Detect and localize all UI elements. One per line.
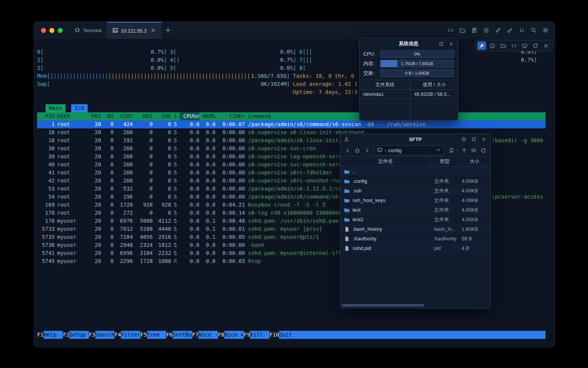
process-row[interactable]: 1root20042400S0.00.00:00.07/package/admi… (37, 120, 546, 128)
code-icon[interactable] (446, 26, 455, 35)
record-icon[interactable] (481, 26, 491, 35)
fkey-number[interactable]: F5 (140, 331, 147, 339)
fkey-filter[interactable]: Filter (121, 331, 140, 339)
column-filename[interactable]: 文件名 (340, 156, 431, 166)
refresh-icon[interactable] (531, 41, 540, 50)
file-type: 文件夹 (431, 178, 458, 185)
pin-icon[interactable] (477, 41, 486, 50)
file-size: 4.00KB (458, 217, 490, 222)
tab-termora-home[interactable]: Termora (69, 22, 107, 39)
back-icon[interactable] (343, 146, 352, 154)
close-icon[interactable] (480, 136, 487, 143)
file-row[interactable]: sshd.pidpid4 B (340, 243, 490, 253)
column-filesize[interactable]: 大小 (458, 156, 490, 166)
fkey-help[interactable]: Help (44, 331, 63, 339)
fkey-kill[interactable]: Kill (250, 331, 270, 339)
info-icon[interactable] (488, 41, 497, 50)
column-mem[interactable]: MEM% (199, 112, 216, 120)
file-row[interactable]: .config文件夹4.00KB (340, 176, 490, 186)
file-row[interactable]: test文件夹4.00KB (340, 205, 490, 215)
file-row[interactable]: .XauthorityXauthority58 B (340, 234, 490, 243)
plus-icon[interactable] (165, 27, 171, 33)
help-icon[interactable] (460, 136, 467, 143)
folder-fill-icon (344, 178, 350, 184)
search-icon[interactable] (529, 26, 538, 35)
macro-icon[interactable] (517, 26, 526, 35)
close-icon[interactable] (542, 41, 550, 50)
htop-tab-main[interactable]: Main (46, 104, 65, 112)
column-shr[interactable]: SHR (153, 112, 171, 120)
fkey-search[interactable]: Search (95, 331, 115, 339)
column-res[interactable]: RES (133, 112, 153, 120)
refresh-icon[interactable] (479, 146, 487, 154)
key-icon[interactable] (505, 26, 514, 35)
fkey-number[interactable]: F10 (270, 331, 279, 339)
file-row[interactable]: test2文件夹4.00KB (340, 215, 490, 224)
process-table-header: PID USER PRI NI VIRT RES SHR S CPU%▽ MEM… (37, 112, 546, 120)
caret-icon[interactable] (455, 146, 459, 154)
column-filetype[interactable]: 类型 (431, 156, 458, 166)
file-size: 4.00KB (458, 207, 490, 213)
sftp-titlebar: SFTP (340, 134, 490, 145)
eye-icon[interactable] (469, 146, 478, 154)
fkey-number[interactable]: F7 (192, 331, 199, 339)
scrollbar-thumb[interactable] (342, 304, 424, 307)
forward-icon[interactable] (363, 146, 371, 154)
sysinfo-metric: 交换:0 B / 1.00GB (359, 68, 458, 78)
new-tab-button[interactable] (162, 22, 175, 39)
fkey-setup[interactable]: Setup (69, 331, 89, 339)
log-icon[interactable] (469, 26, 479, 35)
fkey-number[interactable]: F4 (114, 331, 121, 339)
folder-fill-icon (344, 217, 350, 223)
close-icon[interactable] (150, 27, 156, 33)
chevron-icon[interactable] (435, 147, 441, 153)
close-icon[interactable] (447, 40, 455, 47)
external-icon[interactable] (470, 136, 477, 143)
file-row[interactable]: .ssh文件夹4.00KB (340, 186, 490, 196)
file-row[interactable]: .bash_historybash_hi...1.60KB (340, 224, 490, 234)
minimize-window-button[interactable] (49, 28, 54, 33)
fkey-number[interactable]: F3 (89, 331, 95, 339)
bookmark-icon[interactable] (447, 146, 456, 154)
path-field[interactable]: › config (374, 145, 444, 155)
edit-icon[interactable] (493, 26, 503, 35)
column-virt[interactable]: VIRT (114, 112, 133, 120)
column-state[interactable]: S (171, 112, 180, 120)
fkey-nice+[interactable]: Nice + (224, 331, 244, 339)
download-icon (343, 136, 350, 142)
fkey-quit[interactable]: Quit (279, 331, 299, 339)
fkey-tree[interactable]: Tree (147, 331, 167, 339)
close-window-button[interactable] (41, 28, 46, 33)
zoom-window-button[interactable] (58, 28, 63, 33)
fkey-sortby[interactable]: SortBy (173, 331, 192, 339)
fkey-nice-[interactable]: Nice - (198, 331, 218, 339)
fkey-number[interactable]: F6 (166, 331, 173, 339)
column-user[interactable]: USER (55, 112, 88, 120)
fkey-number[interactable]: F1 (37, 331, 44, 339)
file-row[interactable]: .. (340, 167, 490, 176)
fkey-number[interactable]: F2 (63, 331, 69, 339)
folder-icon[interactable] (499, 41, 508, 50)
column-pid[interactable]: PID (37, 112, 55, 120)
up-icon[interactable] (460, 146, 468, 154)
monitor-icon[interactable] (520, 41, 529, 50)
column-pri[interactable]: PRI (88, 112, 101, 120)
htop-tab-io[interactable]: I/O (71, 104, 88, 112)
path-dropdown[interactable] (435, 147, 441, 154)
file-type: 文件夹 (431, 197, 458, 204)
file-row[interactable]: ssh_host_keys文件夹4.00KB (340, 196, 490, 205)
settings-icon[interactable] (541, 26, 550, 35)
column-ni[interactable]: NI (101, 112, 114, 120)
code-icon[interactable] (510, 41, 518, 50)
close-tab-button[interactable] (150, 27, 156, 34)
fkey-number[interactable]: F9 (244, 331, 250, 339)
column-time[interactable]: TIME+ (216, 112, 245, 120)
tab-host-session[interactable]: 10.211.55.2 (107, 22, 162, 39)
horizontal-scrollbar[interactable] (342, 304, 489, 307)
external-icon[interactable] (437, 40, 445, 47)
column-cpu-sort[interactable]: CPU%▽ (180, 112, 199, 120)
folder-icon[interactable] (457, 26, 467, 35)
home-icon[interactable] (353, 146, 361, 154)
fkey-number[interactable]: F8 (218, 331, 224, 339)
command-overflow-fragment: ipcserver-access (492, 193, 543, 201)
